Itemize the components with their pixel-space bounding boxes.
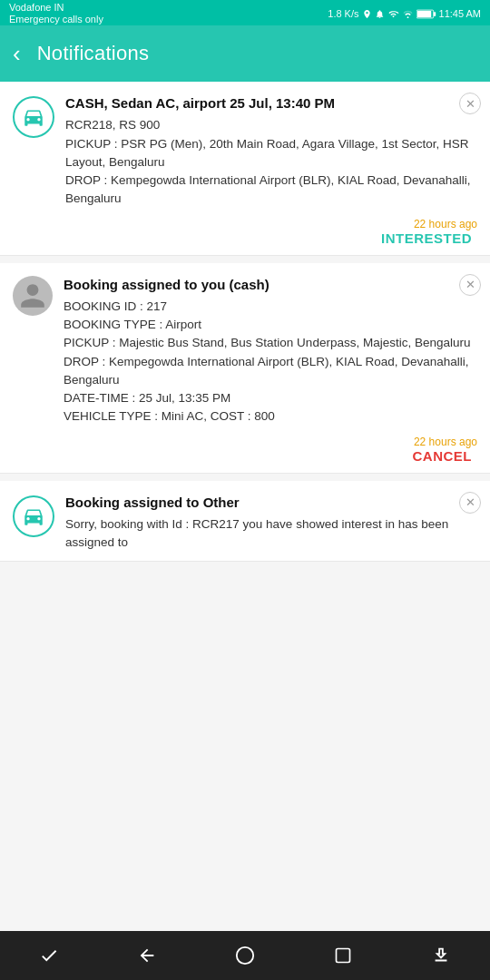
c2l1: BOOKING TYPE : Airport bbox=[64, 318, 201, 331]
person-icon bbox=[18, 281, 47, 310]
c2l2: PICKUP : Majestic Bus Stand, Bus Station… bbox=[64, 336, 470, 349]
cancel-button[interactable]: CANCEL bbox=[407, 445, 478, 467]
notifications-list: CASH, Sedan AC, airport 25 Jul, 13:40 PM… bbox=[0, 82, 490, 623]
c2l3: DROP : Kempegowda International Airport … bbox=[64, 355, 468, 387]
card-3-title: Booking assigned to Other bbox=[65, 494, 477, 512]
svg-point-4 bbox=[237, 947, 253, 964]
card-1-body: RCR218, RS 900 PICKUP : PSR PG (Men), 20… bbox=[65, 116, 477, 208]
card-1-line-1: PICKUP : PSR PG (Men), 20th Main Road, A… bbox=[65, 137, 468, 169]
card-2-content: Booking assigned to you (cash) BOOKING I… bbox=[64, 276, 477, 426]
location-icon bbox=[362, 9, 372, 19]
check-icon bbox=[39, 946, 59, 965]
notification-card-3: Booking assigned to Other Sorry, booking… bbox=[0, 481, 490, 563]
bottom-nav bbox=[0, 931, 490, 980]
card-2-body: BOOKING ID : 217 BOOKING TYPE : Airport … bbox=[64, 298, 477, 426]
card-3-content: Booking assigned to Other Sorry, booking… bbox=[65, 494, 477, 553]
nav-download-button[interactable] bbox=[418, 931, 464, 980]
top-bar: ‹ Notifications bbox=[0, 25, 490, 82]
notification-card-2: Booking assigned to you (cash) BOOKING I… bbox=[0, 263, 490, 474]
svg-rect-3 bbox=[416, 10, 430, 16]
nav-home-button[interactable] bbox=[222, 931, 268, 980]
speed-text: 1.8 K/s bbox=[328, 8, 358, 19]
close-button-2[interactable]: ✕ bbox=[459, 274, 481, 296]
nav-recent-button[interactable] bbox=[320, 931, 366, 980]
wifi-icon bbox=[387, 9, 399, 19]
car-icon bbox=[22, 105, 45, 129]
download-icon bbox=[431, 946, 451, 965]
svg-rect-5 bbox=[337, 949, 350, 963]
home-circle-icon bbox=[235, 946, 255, 965]
card-1-content: CASH, Sedan AC, airport 25 Jul, 13:40 PM… bbox=[65, 94, 477, 209]
back-button[interactable]: ‹ bbox=[13, 42, 21, 65]
card-1-line-0: RCR218, RS 900 bbox=[65, 118, 160, 132]
emergency-text: Emergency calls only bbox=[9, 14, 103, 25]
notification-card: CASH, Sedan AC, airport 25 Jul, 13:40 PM… bbox=[0, 82, 490, 256]
battery-icon bbox=[416, 9, 436, 19]
close-button-1[interactable]: ✕ bbox=[459, 93, 481, 114]
car-icon-badge-3 bbox=[13, 495, 54, 537]
svg-point-0 bbox=[407, 16, 408, 18]
c2l0: BOOKING ID : 217 bbox=[64, 299, 167, 313]
nav-check-button[interactable] bbox=[26, 931, 72, 980]
status-bar-right: 1.8 K/s 11:45 AM bbox=[328, 8, 481, 19]
card-2-title: Booking assigned to you (cash) bbox=[64, 276, 477, 294]
card-1-line-2: DROP : Kempegowda International Airport … bbox=[65, 173, 470, 205]
c3l0: Sorry, booking with Id : RCR217 you have… bbox=[65, 517, 448, 549]
card-1-title: CASH, Sedan AC, airport 25 Jul, 13:40 PM bbox=[65, 94, 477, 113]
c2l4: DATE-TIME : 25 Jul, 13:35 PM bbox=[64, 391, 230, 405]
status-bar: Vodafone IN Emergency calls only 1.8 K/s… bbox=[0, 0, 490, 25]
nav-back-button[interactable] bbox=[124, 931, 170, 980]
close-button-3[interactable]: ✕ bbox=[459, 492, 481, 514]
alarm-icon bbox=[375, 9, 385, 19]
car-icon-3 bbox=[22, 505, 45, 528]
square-icon bbox=[334, 946, 352, 965]
c2l5: VEHICLE TYPE : Mini AC, COST : 800 bbox=[64, 409, 275, 423]
signal-icon bbox=[402, 9, 414, 19]
svg-rect-2 bbox=[433, 12, 435, 15]
user-avatar bbox=[13, 276, 53, 316]
card-3-body: Sorry, booking with Id : RCR217 you have… bbox=[65, 515, 477, 553]
page-title: Notifications bbox=[37, 42, 150, 65]
carrier-text: Vodafone IN bbox=[9, 2, 103, 14]
car-icon-badge bbox=[13, 96, 54, 138]
time-text: 11:45 AM bbox=[439, 8, 481, 19]
interested-button[interactable]: INTERESTED bbox=[376, 227, 477, 250]
back-nav-icon bbox=[137, 946, 157, 965]
